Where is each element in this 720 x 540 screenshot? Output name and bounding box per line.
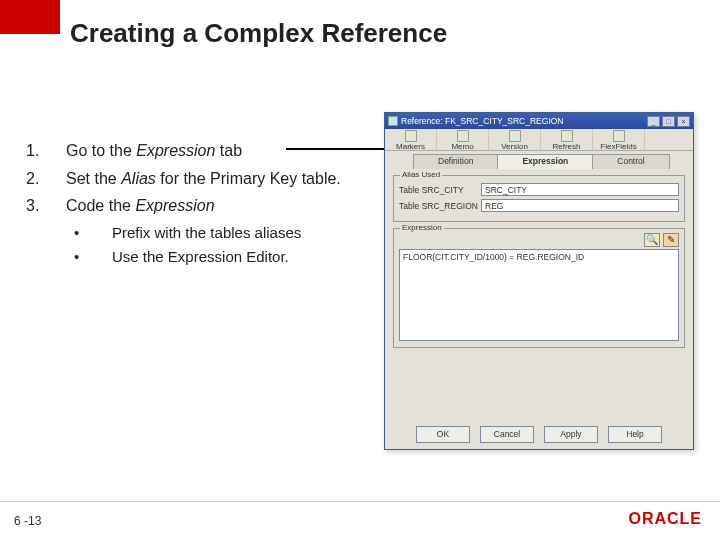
expression-group: Expression 🔍 ✎ FLOOR(CIT.CITY_ID/1000) =… — [393, 228, 685, 348]
bullet-icon: • — [74, 223, 112, 243]
brand-block — [0, 0, 60, 34]
alias-src-city-field[interactable]: SRC_CITY — [481, 183, 679, 196]
version-icon — [509, 130, 521, 142]
expression-textarea[interactable]: FLOOR(CIT.CITY_ID/1000) = REG.REGION_ID — [399, 249, 679, 341]
step-text: Code the Expression — [66, 195, 376, 217]
toolbar-memo[interactable]: Memo — [437, 129, 489, 150]
dialog-tabs: Definition Expression Control — [385, 151, 693, 169]
toolbar-refresh[interactable]: Refresh — [541, 129, 593, 150]
dialog-toolbar: Markers Memo Version Refresh FlexFields — [385, 129, 693, 151]
ok-button[interactable]: OK — [416, 426, 470, 443]
flexfields-icon — [613, 130, 625, 142]
oracle-logo: ORACLE — [628, 510, 702, 528]
alias-used-group: Alias Used Table SRC_CITY SRC_CITY Table… — [393, 175, 685, 222]
bullet-icon: • — [74, 247, 112, 267]
slide-title: Creating a Complex Reference — [70, 18, 447, 49]
cancel-button[interactable]: Cancel — [480, 426, 534, 443]
dialog-buttons: OK Cancel Apply Help — [385, 426, 693, 443]
step-text: Go to the Expression tab — [66, 140, 376, 162]
group-label: Alias Used — [400, 170, 442, 179]
step-text: Set the Alias for the Primary Key table. — [66, 168, 376, 190]
dialog-body: Alias Used Table SRC_CITY SRC_CITY Table… — [385, 169, 693, 348]
toolbar-version[interactable]: Version — [489, 129, 541, 150]
step-number: 1. — [26, 140, 66, 162]
toolbar-flexfields[interactable]: FlexFields — [593, 129, 645, 150]
bullet-text: Use the Expression Editor. — [112, 247, 376, 267]
alias-row-label: Table SRC_CITY — [399, 185, 481, 195]
pencil-icon[interactable]: ✎ — [663, 233, 679, 247]
close-button[interactable]: × — [677, 116, 690, 127]
dialog-titlebar[interactable]: Reference: FK_SRC_CITY_SRC_REGION _ □ × — [385, 113, 693, 129]
app-icon — [388, 116, 398, 126]
bullet-text: Prefix with the tables aliases — [112, 223, 376, 243]
apply-button[interactable]: Apply — [544, 426, 598, 443]
steps-block: 1. Go to the Expression tab 2. Set the A… — [26, 140, 376, 271]
step-number: 2. — [26, 168, 66, 190]
help-button[interactable]: Help — [608, 426, 662, 443]
search-icon[interactable]: 🔍 — [644, 233, 660, 247]
divider — [0, 501, 720, 502]
refresh-icon — [561, 130, 573, 142]
page-number: 6 -13 — [14, 514, 41, 528]
group-label: Expression — [400, 223, 444, 232]
dialog-title: Reference: FK_SRC_CITY_SRC_REGION — [401, 116, 647, 126]
minimize-button[interactable]: _ — [647, 116, 660, 127]
reference-dialog: Reference: FK_SRC_CITY_SRC_REGION _ □ × … — [384, 112, 694, 450]
toolbar-markers[interactable]: Markers — [385, 129, 437, 150]
tab-control[interactable]: Control — [592, 154, 669, 169]
markers-icon — [405, 130, 417, 142]
memo-icon — [457, 130, 469, 142]
tab-expression[interactable]: Expression — [497, 154, 593, 169]
step-number: 3. — [26, 195, 66, 217]
alias-row-label: Table SRC_REGION — [399, 201, 481, 211]
alias-src-region-field[interactable]: REG — [481, 199, 679, 212]
maximize-button[interactable]: □ — [662, 116, 675, 127]
tab-definition[interactable]: Definition — [413, 154, 498, 169]
